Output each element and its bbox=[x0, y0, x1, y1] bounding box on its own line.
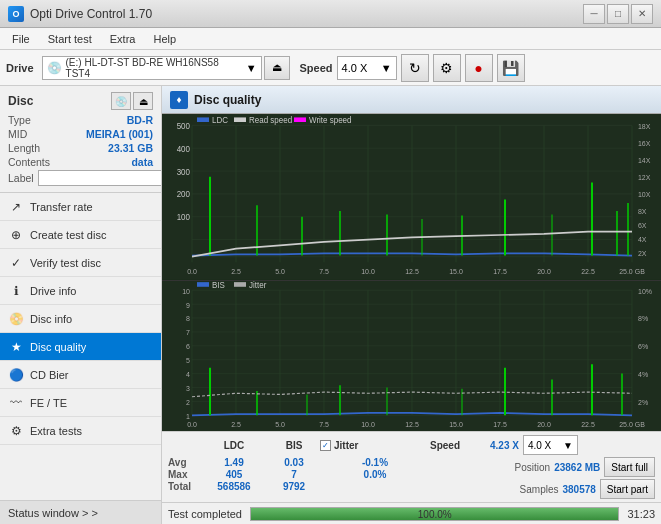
speed-dropdown-inner[interactable]: 4.0 X ▼ bbox=[523, 435, 578, 455]
disc-contents-row: Contents data bbox=[8, 156, 153, 168]
disc-type-value: BD-R bbox=[127, 114, 153, 126]
disc-quality-panel-icon: ♦ bbox=[170, 91, 188, 109]
save-button[interactable]: 💾 bbox=[497, 54, 525, 82]
content-area: ♦ Disc quality bbox=[162, 86, 661, 524]
jitter-label: Jitter bbox=[334, 440, 358, 451]
bottom-bar: Test completed 100.0% 31:23 bbox=[162, 502, 661, 524]
svg-text:2%: 2% bbox=[638, 397, 648, 407]
speed-label: Speed bbox=[300, 62, 333, 74]
svg-text:12X: 12X bbox=[638, 173, 650, 183]
stats-speed-dropdown[interactable]: 4.0 X ▼ bbox=[523, 435, 578, 455]
svg-text:16X: 16X bbox=[638, 139, 650, 149]
svg-rect-56 bbox=[197, 117, 209, 122]
avg-bis: 0.03 bbox=[268, 457, 320, 468]
svg-text:12.5: 12.5 bbox=[405, 266, 419, 276]
sidebar-item-create-test-disc-label: Create test disc bbox=[30, 229, 106, 241]
menu-help[interactable]: Help bbox=[145, 31, 184, 47]
disc-quality-header: ♦ Disc quality bbox=[162, 86, 661, 114]
close-button[interactable]: ✕ bbox=[631, 4, 653, 24]
start-full-button[interactable]: Start full bbox=[604, 457, 655, 477]
sidebar-item-disc-info-label: Disc info bbox=[30, 313, 72, 325]
sidebar-item-disc-info[interactable]: 📀 Disc info bbox=[0, 305, 161, 333]
disc-label-row: Label 🔍 bbox=[8, 170, 153, 186]
svg-text:0.0: 0.0 bbox=[187, 419, 197, 429]
svg-text:18X: 18X bbox=[638, 121, 650, 131]
sidebar-item-fe-te[interactable]: 〰 FE / TE bbox=[0, 389, 161, 417]
disc-label-input[interactable] bbox=[38, 170, 162, 186]
speed-select[interactable]: 4.0 X ▼ bbox=[337, 56, 397, 80]
position-value: 23862 MB bbox=[554, 462, 600, 473]
menu-extra[interactable]: Extra bbox=[102, 31, 144, 47]
window-title: Opti Drive Control 1.70 bbox=[30, 7, 152, 21]
svg-text:10.0: 10.0 bbox=[361, 419, 375, 429]
sidebar-item-extra-tests[interactable]: ⚙ Extra tests bbox=[0, 417, 161, 445]
disc-icon-btn-2[interactable]: ⏏ bbox=[133, 92, 153, 110]
sidebar-item-create-test-disc[interactable]: ⊕ Create test disc bbox=[0, 221, 161, 249]
record-button[interactable]: ● bbox=[465, 54, 493, 82]
sidebar-item-drive-info[interactable]: ℹ Drive info bbox=[0, 277, 161, 305]
samples-label: Samples bbox=[520, 484, 559, 495]
stats-jitter-header: ✓ Jitter bbox=[320, 440, 430, 451]
sidebar-item-disc-quality-label: Disc quality bbox=[30, 341, 86, 353]
status-window-bar[interactable]: Status window > > bbox=[0, 500, 161, 524]
sidebar-item-disc-quality[interactable]: ★ Disc quality bbox=[0, 333, 161, 361]
svg-text:15.0: 15.0 bbox=[449, 266, 463, 276]
status-text: Test completed bbox=[168, 508, 242, 520]
drive-select[interactable]: 💿 (E:) HL-DT-ST BD-RE WH16NS58 TST4 ▼ bbox=[42, 56, 262, 80]
jitter-checkbox[interactable]: ✓ bbox=[320, 440, 331, 451]
extra-tests-icon: ⚙ bbox=[8, 423, 24, 439]
svg-text:7.5: 7.5 bbox=[319, 266, 329, 276]
menu-start-test[interactable]: Start test bbox=[40, 31, 100, 47]
max-bis: 7 bbox=[268, 469, 320, 480]
settings-button[interactable]: ⚙ bbox=[433, 54, 461, 82]
svg-rect-62 bbox=[162, 281, 661, 431]
disc-section-title: Disc bbox=[8, 94, 33, 108]
position-row: Position 23862 MB Start full bbox=[515, 457, 655, 477]
menu-bar: File Start test Extra Help bbox=[0, 28, 661, 50]
svg-text:12.5: 12.5 bbox=[405, 419, 419, 429]
title-bar-left: O Opti Drive Control 1.70 bbox=[8, 6, 152, 22]
samples-value: 380578 bbox=[562, 484, 595, 495]
sidebar-item-verify-test-disc[interactable]: ✓ Verify test disc bbox=[0, 249, 161, 277]
create-test-disc-icon: ⊕ bbox=[8, 227, 24, 243]
chart-ldc-svg: 500 400 300 200 100 18X 16X 14X 12X 10X … bbox=[162, 114, 661, 280]
svg-text:22.5: 22.5 bbox=[581, 419, 595, 429]
svg-text:15.0: 15.0 bbox=[449, 419, 463, 429]
eject-button[interactable]: ⏏ bbox=[264, 56, 290, 80]
svg-text:100: 100 bbox=[177, 212, 191, 223]
svg-text:8%: 8% bbox=[638, 314, 648, 324]
minimize-button[interactable]: ─ bbox=[583, 4, 605, 24]
disc-header: Disc 💿 ⏏ bbox=[8, 92, 153, 110]
svg-text:LDC: LDC bbox=[212, 115, 228, 126]
svg-text:6X: 6X bbox=[638, 221, 647, 231]
menu-file[interactable]: File bbox=[4, 31, 38, 47]
total-label: Total bbox=[168, 481, 200, 492]
sidebar-item-transfer-rate[interactable]: ↗ Transfer rate bbox=[0, 193, 161, 221]
svg-text:300: 300 bbox=[177, 166, 191, 177]
samples-row: Samples 380578 Start part bbox=[520, 479, 655, 499]
disc-length-label: Length bbox=[8, 142, 40, 154]
chart-ldc-container: 500 400 300 200 100 18X 16X 14X 12X 10X … bbox=[162, 114, 661, 281]
drive-info-icon: ℹ bbox=[8, 283, 24, 299]
svg-text:8X: 8X bbox=[638, 207, 647, 217]
start-part-button[interactable]: Start part bbox=[600, 479, 655, 499]
svg-text:10%: 10% bbox=[638, 286, 652, 296]
sidebar-item-drive-info-label: Drive info bbox=[30, 285, 76, 297]
svg-text:200: 200 bbox=[177, 189, 191, 200]
sidebar-item-cd-bier[interactable]: 🔵 CD Bier bbox=[0, 361, 161, 389]
refresh-button[interactable]: ↻ bbox=[401, 54, 429, 82]
chart-bis-container: 10 9 8 7 6 5 4 3 2 1 10% 8% 6% 4% 2% bbox=[162, 281, 661, 431]
total-ldc: 568586 bbox=[200, 481, 268, 492]
svg-text:7.5: 7.5 bbox=[319, 419, 329, 429]
svg-text:Read speed: Read speed bbox=[249, 115, 292, 126]
disc-icon-btn-1[interactable]: 💿 bbox=[111, 92, 131, 110]
svg-text:5.0: 5.0 bbox=[275, 266, 285, 276]
drive-select-value: (E:) HL-DT-ST BD-RE WH16NS58 TST4 bbox=[66, 57, 242, 79]
charts-area: 500 400 300 200 100 18X 16X 14X 12X 10X … bbox=[162, 114, 661, 431]
drive-selector-group: 💿 (E:) HL-DT-ST BD-RE WH16NS58 TST4 ▼ ⏏ bbox=[42, 56, 290, 80]
disc-mid-value: MEIRA1 (001) bbox=[86, 128, 153, 140]
maximize-button[interactable]: □ bbox=[607, 4, 629, 24]
svg-text:0.0: 0.0 bbox=[187, 266, 197, 276]
svg-rect-58 bbox=[234, 117, 246, 122]
drive-label: Drive bbox=[6, 62, 34, 74]
